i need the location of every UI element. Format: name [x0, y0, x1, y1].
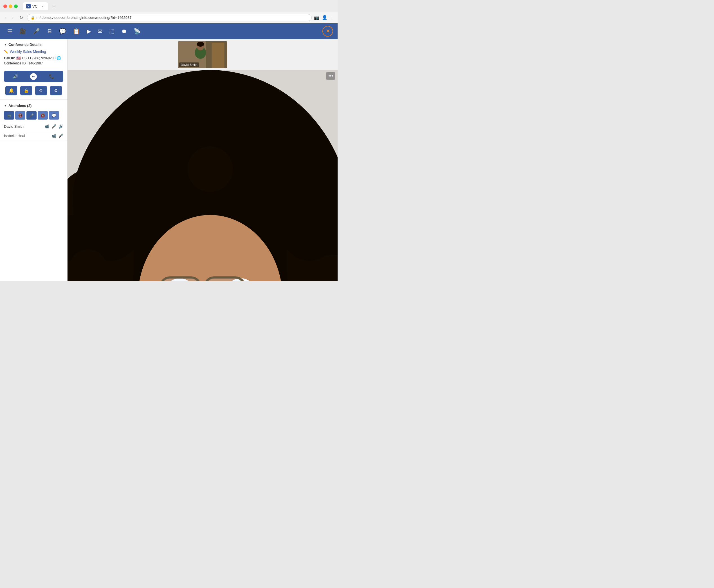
flag-icon: 🇺🇸 [16, 56, 21, 60]
tab-favicon: V [26, 4, 31, 8]
record-icon: ⏺ [121, 28, 127, 35]
bell-icon: 🔔 [9, 88, 14, 93]
main-video: ••• Isabella Heal [67, 70, 338, 281]
chat-icon: 💬 [59, 28, 66, 35]
screen-icon: 🖥 [47, 28, 52, 35]
tab-label: VCI [33, 4, 39, 8]
camera-toolbar-button[interactable]: 🎥 [16, 26, 29, 37]
david-mic-icon: 🎤 [51, 124, 56, 129]
app-toolbar: ☰ 🎥 🎤 🖥 💬 📋 ▶ ✉ ⬚ ⏺ 📡 [0, 23, 338, 39]
attendee-controls-row: 📹 📵 🎤 🔇 💬 [0, 110, 67, 122]
browser-actions: 📷 👤 ⋮ [314, 15, 334, 20]
menu-button[interactable]: ☰ [4, 26, 15, 37]
attendee-name: Isabella Heal [4, 134, 51, 138]
block-button[interactable]: ⊘ [35, 86, 47, 96]
video-area: David Smith [67, 39, 338, 281]
mail-icon: ✉ [98, 28, 102, 35]
minimize-traffic-light[interactable] [9, 4, 13, 8]
address-text: m4demo.videoconferencinginfo.com/meeting… [37, 16, 308, 20]
main-content: ▼ Conference Details ✏️ Weekly Sales Mee… [0, 39, 338, 281]
browser-addressbar: ‹ › ↻ 🔒 m4demo.videoconferencinginfo.com… [0, 13, 338, 23]
meeting-title-row: ✏️ Weekly Sales Meeting [4, 49, 63, 54]
mic-off-icon: 🔇 [41, 113, 45, 118]
action-buttons-row: 🔔 🔒 ⊘ ⚙ [0, 84, 67, 97]
svg-point-5 [197, 42, 204, 47]
isabella-mic-icon: 🎤 [59, 133, 63, 138]
play-icon: ▶ [87, 28, 91, 35]
maximize-traffic-light[interactable] [14, 4, 18, 8]
speaker-icon: 🔊 [13, 74, 18, 79]
attendee-item: Isabella Heal 📹 🎤 [0, 131, 67, 140]
chat-button[interactable]: 💬 [56, 26, 69, 37]
traffic-lights [3, 4, 18, 8]
close-meeting-button[interactable]: ✕ [322, 26, 333, 37]
user-account-button[interactable]: 👤 [322, 15, 328, 20]
attendee-list: David Smith 📹 🎤 🔊 Isabella Heal 📹 🎤 [0, 122, 67, 140]
edit-icon[interactable]: ✏️ [4, 50, 8, 54]
thumbnail-video-label: David Smith [179, 62, 199, 67]
attendee-name: David Smith [4, 124, 44, 129]
document-button[interactable]: 📋 [70, 26, 83, 37]
new-tab-button[interactable]: + [50, 3, 58, 9]
svg-rect-39 [206, 278, 244, 281]
attendee-david-icons: 📹 🎤 🔊 [44, 124, 63, 129]
block-icon: ⊘ [39, 88, 43, 93]
conference-details-header[interactable]: ▼ Conference Details [4, 42, 63, 47]
sidebar: ▼ Conference Details ✏️ Weekly Sales Mee… [0, 39, 67, 281]
screen-share-button[interactable]: 🖥 [44, 26, 55, 37]
camera-browser-icon[interactable]: 📷 [314, 15, 320, 20]
sidebar-divider [0, 99, 67, 100]
attendees-chevron-icon: ▼ [4, 104, 7, 107]
media-button[interactable]: ▶ [84, 26, 94, 37]
audio-speaker-button[interactable]: 🔊 [10, 72, 21, 80]
all-video-on-button[interactable]: 📹 [4, 111, 14, 120]
close-traffic-light[interactable] [3, 4, 7, 8]
reload-button[interactable]: ↻ [18, 14, 25, 21]
tab-close-button[interactable]: × [40, 4, 45, 8]
microphone-toolbar-button[interactable]: 🎤 [30, 26, 43, 37]
video-on-icon: 📹 [7, 113, 11, 118]
record-button[interactable]: ⏺ [119, 26, 130, 37]
signal-button[interactable]: 📡 [131, 26, 144, 37]
address-bar[interactable]: 🔒 m4demo.videoconferencinginfo.com/meeti… [27, 14, 312, 21]
settings-icon: ⚙ [54, 88, 58, 93]
meeting-title-text: Weekly Sales Meeting [10, 49, 46, 54]
microphone-icon: 🎤 [33, 28, 40, 35]
lock-button[interactable]: 🔒 [20, 86, 32, 96]
all-chat-button[interactable]: 💬 [49, 111, 59, 120]
attendees-header[interactable]: ▼ Attendees (2) [0, 101, 67, 110]
bell-button[interactable]: 🔔 [5, 86, 17, 96]
mail-button[interactable]: ✉ [95, 26, 105, 37]
conference-id: Conference ID : 146-2987 [4, 61, 63, 65]
conference-details-label: Conference Details [8, 42, 42, 47]
svg-rect-38 [162, 278, 200, 281]
close-icon: ✕ [326, 28, 330, 34]
lock-icon: 🔒 [31, 16, 35, 20]
call-info-row: Call In: 🇺🇸 US +1 (206) 928-9280 🌐 [4, 56, 63, 60]
svg-point-18 [115, 150, 168, 204]
isabella-heal-video-svg [67, 70, 338, 281]
all-video-off-button[interactable]: 📵 [15, 111, 25, 120]
phone-icon: 📞 [49, 74, 55, 79]
main-video-frame [67, 70, 338, 281]
all-mic-on-button[interactable]: 🎤 [26, 111, 37, 120]
all-mic-off-button[interactable]: 🔇 [38, 111, 48, 120]
app-container: ☰ 🎥 🎤 🖥 💬 📋 ▶ ✉ ⬚ ⏺ 📡 [0, 23, 338, 281]
document-icon: 📋 [73, 28, 80, 35]
video-off-icon: 📵 [18, 113, 22, 118]
audio-phone-button[interactable]: 📞 [47, 72, 57, 80]
settings-button[interactable]: ⚙ [50, 86, 62, 96]
browser-tab[interactable]: V VCI × [23, 2, 48, 10]
enter-button[interactable]: ⬚ [106, 26, 117, 37]
svg-point-20 [187, 146, 233, 192]
video-more-options-button[interactable]: ••• [326, 72, 335, 80]
phone-number: US +1 (206) 928-9280 [22, 56, 56, 60]
back-button[interactable]: ‹ [3, 15, 8, 21]
isabella-camera-icon: 📹 [51, 133, 56, 138]
david-camera-icon: 📹 [44, 124, 49, 129]
conference-details-section: ▼ Conference Details ✏️ Weekly Sales Mee… [0, 39, 67, 69]
more-options-button[interactable]: ⋮ [330, 15, 334, 20]
hamburger-icon: ☰ [7, 28, 13, 35]
forward-button[interactable]: › [10, 15, 15, 21]
browser-chrome: V VCI × + ‹ › ↻ 🔒 m4demo.videoconferenci… [0, 0, 338, 23]
